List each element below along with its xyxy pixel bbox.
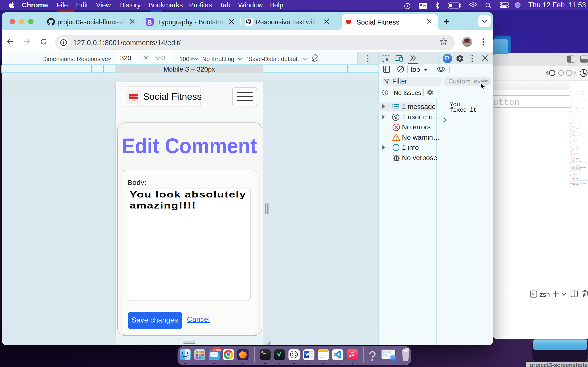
svg-text:⌘: ⌘ xyxy=(423,4,426,8)
